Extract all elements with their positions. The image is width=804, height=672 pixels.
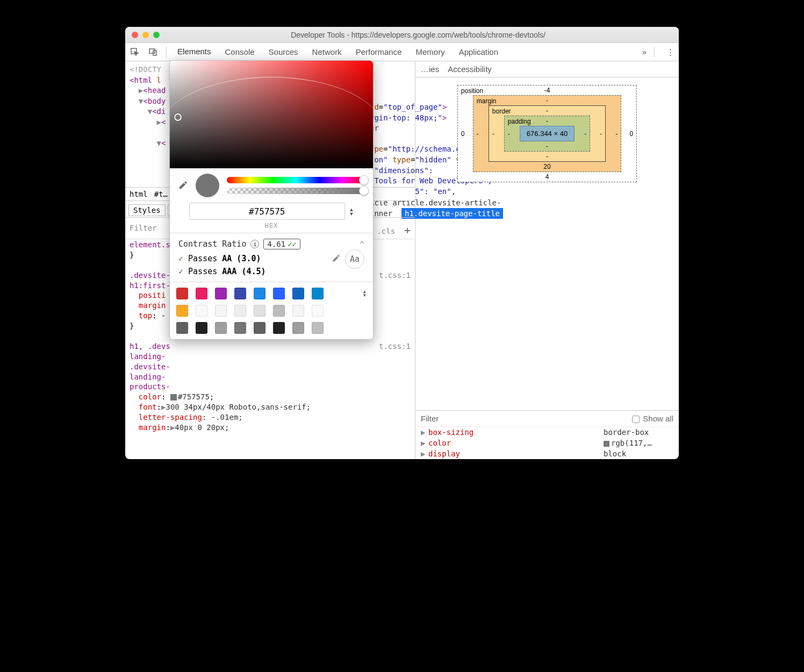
info-icon[interactable]: i — [250, 240, 259, 248]
palette-swatch[interactable] — [254, 288, 265, 299]
palette-swatch[interactable] — [215, 322, 227, 334]
right-tab[interactable]: …ies — [421, 65, 439, 74]
tab-sources[interactable]: Sources — [265, 43, 302, 61]
svg-rect-1 — [149, 49, 155, 53]
palette-swatch[interactable] — [312, 305, 324, 317]
palette-swatch[interactable] — [273, 305, 285, 317]
tabs-overflow-icon[interactable]: » — [642, 47, 647, 56]
elements-panel: <!DOCTY <html l ▶<head ▼<body ▼<di ▶< ▼<… — [125, 61, 415, 459]
color-picker-popover: ▴▾ HEX Contrast Ratio i 4.61✓✓ ⌃ ✓ Passe… — [169, 60, 374, 340]
breadcrumb-item[interactable]: html — [130, 190, 148, 198]
inspect-element-icon[interactable] — [130, 47, 140, 57]
dom-line: <!DOCTY — [130, 65, 161, 74]
devtools-window: Developer Tools - https://developers.goo… — [125, 27, 679, 459]
palette-swatch[interactable] — [215, 288, 227, 299]
zoom-window-button[interactable] — [153, 32, 160, 38]
toolbar-divider — [654, 47, 655, 58]
computed-list: ▶box-sizingborder-box▶colorrgb(117,…▶dis… — [415, 427, 679, 459]
format-toggle-icon[interactable]: ▴▾ — [349, 207, 354, 216]
palette-swatch[interactable] — [273, 322, 285, 334]
palette-swatch[interactable] — [292, 305, 304, 317]
hue-slider[interactable] — [227, 177, 365, 183]
devtools-toolbar: Elements Console Sources Network Perform… — [125, 43, 679, 61]
eyedropper-icon[interactable] — [177, 180, 188, 191]
palette: ▴▾ — [170, 282, 373, 339]
saturation-value-area[interactable] — [170, 61, 373, 168]
minimize-window-button[interactable] — [142, 32, 149, 38]
palette-swatch[interactable] — [254, 322, 265, 334]
filter-input[interactable]: Filter — [130, 224, 157, 237]
palette-swatch[interactable] — [292, 322, 304, 334]
panels: <!DOCTY <html l ▶<head ▼<body ▼<di ▶< ▼<… — [125, 61, 679, 459]
text-sample-button[interactable]: Aa — [345, 249, 364, 269]
breadcrumb-selected[interactable]: h1.devsite-page-title — [401, 208, 503, 219]
palette-swatch[interactable] — [215, 305, 227, 317]
palette-swatch[interactable] — [234, 288, 246, 299]
tab-elements[interactable]: Elements — [174, 43, 214, 61]
palette-swatch[interactable] — [196, 322, 207, 334]
palette-swatch[interactable] — [234, 305, 246, 317]
color-preview — [196, 174, 219, 197]
sv-cursor[interactable] — [174, 113, 182, 121]
computed-section: Filter Show all ▶box-sizingborder-box▶co… — [415, 410, 679, 459]
tab-memory[interactable]: Memory — [413, 43, 448, 61]
palette-swatch[interactable] — [292, 288, 304, 299]
breadcrumb-item[interactable]: #t… — [154, 190, 168, 198]
tab-performance[interactable]: Performance — [353, 43, 405, 61]
computed-filter-input[interactable]: Filter — [421, 414, 439, 423]
palette-swatch[interactable] — [312, 322, 324, 334]
device-toggle-icon[interactable] — [148, 47, 159, 57]
contrast-ratio-value: 4.61✓✓ — [263, 239, 300, 249]
styles-tab[interactable]: Styles — [128, 204, 166, 216]
alpha-thumb[interactable] — [359, 186, 369, 196]
titlebar: Developer Tools - https://developers.goo… — [125, 27, 679, 43]
right-subtabs: …ies Accessibility — [415, 61, 679, 77]
toolbar-divider — [166, 47, 167, 58]
palette-swatch[interactable] — [176, 288, 188, 299]
palette-swatch[interactable] — [196, 305, 207, 317]
palette-more-icon[interactable]: ▴▾ — [363, 290, 367, 297]
tab-console[interactable]: Console — [222, 43, 258, 61]
traffic-lights — [132, 32, 160, 38]
hue-thumb[interactable] — [359, 175, 369, 185]
palette-swatch[interactable] — [234, 322, 246, 334]
source-link[interactable]: t.css:1 — [379, 270, 411, 281]
palette-swatch[interactable] — [176, 322, 188, 334]
hex-input[interactable] — [189, 203, 345, 220]
contrast-ratio-label: Contrast Ratio — [178, 239, 246, 249]
color-swatch-icon[interactable] — [170, 394, 177, 401]
show-all-checkbox[interactable] — [632, 416, 640, 423]
computed-row[interactable]: ▶colorrgb(117,… — [415, 438, 679, 448]
window-title: Developer Tools - https://developers.goo… — [164, 31, 672, 39]
close-window-button[interactable] — [132, 32, 138, 38]
palette-swatch[interactable] — [312, 288, 324, 299]
palette-swatch[interactable] — [273, 288, 285, 299]
box-model-content: 676.344 × 40 — [520, 126, 575, 141]
alpha-slider[interactable] — [227, 188, 365, 194]
computed-row[interactable]: ▶box-sizingborder-box — [415, 427, 679, 438]
palette-swatch[interactable] — [254, 305, 265, 317]
collapse-icon[interactable]: ⌃ — [360, 239, 364, 249]
tab-network[interactable]: Network — [309, 43, 345, 61]
bg-eyedropper-icon[interactable] — [331, 254, 341, 265]
palette-swatch[interactable] — [196, 288, 207, 299]
more-options-icon[interactable]: ⋮ — [666, 47, 674, 57]
source-link[interactable]: t.css:1 — [379, 341, 411, 352]
tab-application[interactable]: Application — [456, 43, 501, 61]
box-model[interactable]: position -4 4 0 0 margin - 20 - - bord — [457, 85, 637, 182]
hex-label: HEX — [265, 222, 278, 230]
right-tab[interactable]: Accessibility — [448, 65, 492, 74]
add-rule-button[interactable]: + — [404, 224, 411, 237]
palette-swatch[interactable] — [176, 305, 188, 317]
computed-row[interactable]: ▶displayblock — [415, 448, 679, 459]
